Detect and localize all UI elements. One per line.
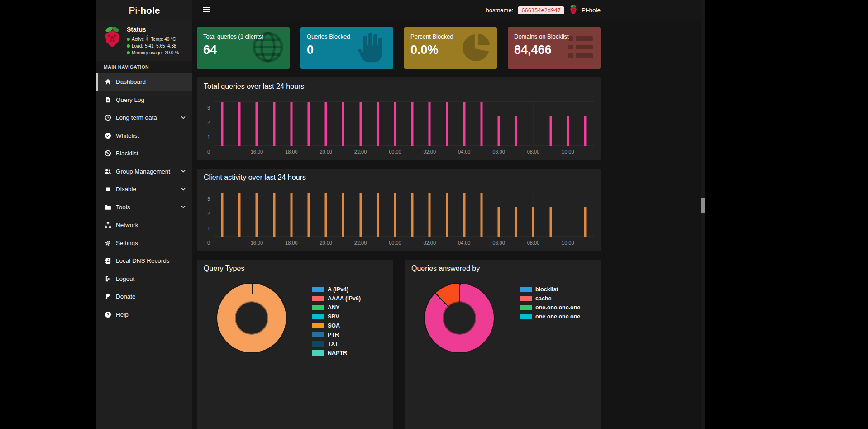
- status-label: Memory usage:: [132, 49, 163, 56]
- question-icon: ?: [104, 311, 112, 318]
- scrollbar[interactable]: [701, 0, 705, 429]
- x-tick-label: 06:00: [492, 240, 505, 246]
- panel-query-types: Query Types A (IPv4)AAAA (IPv6)ANYSRVSOA…: [197, 260, 393, 429]
- chart-slot: [542, 193, 559, 237]
- plot-area[interactable]: [214, 102, 594, 146]
- x-tick-slot: [473, 149, 490, 154]
- chart-slot: [231, 193, 248, 237]
- chart-bar: [515, 116, 517, 146]
- card-title: Percent Blocked: [410, 33, 491, 40]
- x-tick-slot: 18:00: [283, 240, 300, 246]
- sidebar-item-query-log[interactable]: Query Log: [96, 91, 192, 109]
- paypal-icon: [104, 294, 112, 300]
- legend-item-naptr[interactable]: NAPTR: [312, 350, 361, 356]
- sidebar-item-label: Group Management: [116, 168, 170, 175]
- sidebar-item-group-management[interactable]: Group Management: [96, 163, 192, 181]
- chart-slot: [266, 193, 283, 237]
- legend-item-one-one-one-one[interactable]: one.one.one.one: [520, 304, 580, 311]
- sidebar-item-help[interactable]: ?Help: [96, 306, 192, 324]
- legend-label: NAPTR: [328, 350, 347, 356]
- x-tick-slot: 06:00: [490, 240, 507, 246]
- legend-item-txt[interactable]: TXT: [312, 341, 361, 347]
- x-tick-slot: [369, 149, 386, 154]
- card-value: 0: [307, 43, 387, 57]
- x-tick-slot: 18:00: [283, 149, 300, 154]
- legend-item-blocklist[interactable]: blocklist: [520, 286, 580, 293]
- x-tick-slot: [507, 149, 525, 154]
- brand-logo[interactable]: Pi-hole: [96, 0, 192, 20]
- legend-item-one-one-one-one[interactable]: one.one.one.one: [520, 313, 580, 320]
- sidebar-item-settings[interactable]: Settings: [96, 234, 192, 252]
- card-title: Queries Blocked: [307, 33, 387, 40]
- legend-item-any[interactable]: ANY: [312, 304, 361, 311]
- sidebar-toggle-button[interactable]: [199, 0, 214, 20]
- chart-slot: [283, 102, 300, 146]
- x-tick-label: 00:00: [389, 240, 401, 246]
- chart-bar: [342, 102, 344, 146]
- chart-slot: [300, 193, 317, 237]
- y-tick-label: 0: [207, 240, 210, 246]
- queries-answered-by-donut[interactable]: [425, 284, 494, 352]
- sidebar-item-local-dns-records[interactable]: Local DNS Records: [96, 252, 192, 270]
- y-tick-label: 1: [207, 135, 210, 140]
- x-tick-label: 20:00: [320, 149, 332, 154]
- chart-slot: [369, 193, 386, 237]
- chevron-down-icon: [181, 115, 186, 121]
- legend-item-ptr[interactable]: PTR: [312, 332, 361, 338]
- scrollbar-thumb[interactable]: [701, 198, 705, 213]
- x-tick-slot: [231, 240, 248, 246]
- sidebar-item-disable[interactable]: Disable: [96, 180, 192, 198]
- x-tick-slot: 08:00: [525, 149, 542, 154]
- legend-label: SOA: [328, 323, 340, 329]
- legend-item-cache[interactable]: cache: [520, 295, 580, 302]
- sidebar-item-long-term-data[interactable]: Long term data: [96, 109, 192, 127]
- x-tick-slot: [214, 149, 231, 154]
- client-activity-chart[interactable]: 321016:0018:0020:0022:0000:0002:0004:000…: [197, 187, 601, 251]
- chart-bar: [429, 193, 431, 237]
- x-tick-slot: 16:00: [248, 240, 265, 246]
- sidebar-item-label: Donate: [116, 293, 136, 300]
- x-tick-slot: 02:00: [421, 240, 438, 246]
- legend-swatch: [312, 314, 324, 319]
- sidebar-item-tools[interactable]: Tools: [96, 198, 192, 217]
- sidebar-item-dashboard[interactable]: Dashboard: [96, 73, 192, 91]
- svg-text:?: ?: [106, 313, 109, 317]
- status-value: 5.41 5.65 4.38: [145, 43, 176, 49]
- sidebar-item-whitelist[interactable]: Whitelist: [96, 127, 192, 145]
- chart-bar: [377, 102, 379, 146]
- x-tick-slot: [334, 149, 352, 154]
- plot-area[interactable]: [214, 193, 594, 237]
- sign-out-icon: [104, 275, 112, 282]
- sidebar-item-donate[interactable]: Donate: [96, 288, 192, 306]
- thermometer-icon: [146, 35, 149, 43]
- sidebar-item-label: Dashboard: [116, 78, 146, 85]
- legend-item-aaaa-ipv6[interactable]: AAAA (IPv6): [312, 295, 361, 302]
- x-tick-label: 10:00: [562, 149, 574, 154]
- clock-icon: [104, 114, 112, 121]
- legend-item-a-ipv4[interactable]: A (IPv4): [312, 286, 361, 293]
- chart-bar: [377, 193, 379, 237]
- pihole-admin-window: Pi-hole hostname: 666154e2d947 Pi-hole S…: [96, 0, 705, 429]
- legend-item-srv[interactable]: SRV: [312, 313, 361, 320]
- sidebar-menu: DashboardQuery LogLong term dataWhitelis…: [96, 73, 192, 323]
- pihole-website-link[interactable]: Pi-hole: [569, 5, 601, 16]
- x-tick-slot: [404, 149, 421, 154]
- sidebar-item-blacklist[interactable]: Blacklist: [96, 145, 192, 163]
- chart-slot: [490, 193, 507, 237]
- legend-label: blocklist: [535, 286, 558, 293]
- sidebar-item-network[interactable]: Network: [96, 216, 192, 234]
- chart-bar: [273, 193, 275, 237]
- query-types-donut[interactable]: [217, 284, 286, 352]
- chart-bar: [394, 102, 396, 146]
- chart-slot: [266, 102, 283, 146]
- chart-bar: [584, 116, 587, 146]
- queries-over-time-chart[interactable]: 321016:0018:0020:0022:0000:0002:0004:000…: [197, 96, 601, 160]
- legend-label: AAAA (IPv6): [328, 295, 361, 302]
- y-tick-label: 0: [207, 149, 210, 154]
- address-book-icon: [104, 257, 112, 264]
- chart-bar: [256, 193, 258, 237]
- sidebar-item-logout[interactable]: Logout: [96, 270, 192, 288]
- legend-item-soa[interactable]: SOA: [312, 323, 361, 329]
- chart-slot: [300, 102, 317, 146]
- legend-label: PTR: [328, 332, 339, 338]
